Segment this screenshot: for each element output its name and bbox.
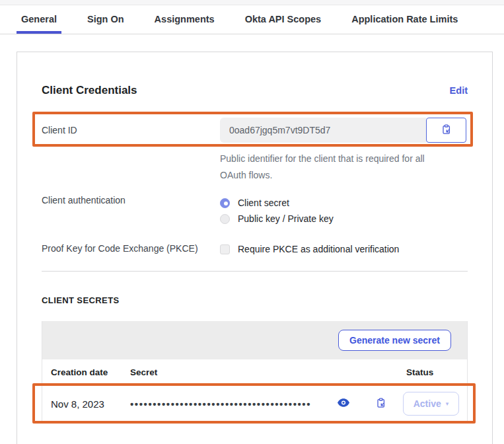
tab-sign-on[interactable]: Sign On: [83, 5, 129, 34]
radio-public-private-key[interactable]: Public key / Private key: [220, 211, 468, 227]
header-status: Status: [398, 367, 458, 377]
secret-creation-date: Nov 8, 2023: [51, 398, 130, 410]
pkce-row: Proof Key for Code Exchange (PKCE) Requi…: [42, 241, 468, 257]
radio-client-secret[interactable]: Client secret: [220, 195, 468, 211]
chevron-down-icon: ▾: [446, 400, 449, 407]
tab-assignments[interactable]: Assignments: [150, 5, 219, 34]
client-credentials-title: Client Credentials: [42, 84, 137, 97]
header-creation-date: Creation date: [51, 367, 130, 377]
section-divider: [42, 271, 468, 272]
copy-secret-button[interactable]: [376, 398, 386, 410]
checkbox-unchecked-icon[interactable]: [220, 244, 230, 254]
copy-to-clipboard-icon: [441, 124, 452, 137]
top-strip: [0, 0, 504, 5]
app-tabbar: General Sign On Assignments Okta API Sco…: [0, 5, 504, 34]
client-id-field[interactable]: [220, 118, 426, 143]
radio-client-secret-label: Client secret: [238, 198, 289, 208]
client-secrets-title: CLIENT SECRETS: [42, 295, 468, 305]
secrets-table-toolbar: Generate new secret: [42, 321, 467, 359]
secret-table-row: Nov 8, 2023 ••••••••••••••••••••••••••••…: [42, 385, 467, 423]
copy-client-id-button[interactable]: [426, 118, 466, 143]
pkce-checkbox-label: Require PKCE as additional verification: [238, 244, 399, 254]
status-dropdown-button[interactable]: Active ▾: [403, 392, 459, 416]
client-authentication-row: Client authentication Client secret Publ…: [42, 195, 468, 227]
settings-card: Client Credentials Edit Client ID: [17, 52, 493, 444]
client-authentication-label: Client authentication: [42, 195, 220, 205]
header-secret: Secret: [130, 367, 398, 377]
edit-link[interactable]: Edit: [450, 85, 468, 96]
secrets-table-header: Creation date Secret Status: [42, 359, 467, 385]
client-id-row: Client ID Public identifier: [42, 118, 468, 184]
tab-general[interactable]: General: [17, 5, 61, 34]
reveal-secret-button[interactable]: [338, 398, 349, 409]
secret-value-cell: ••••••••••••••••••••••••••••••••••••••••: [130, 398, 398, 410]
generate-new-secret-button[interactable]: Generate new secret: [338, 330, 451, 351]
copy-to-clipboard-icon: [376, 398, 386, 410]
client-id-help-text: Public identifier for the client that is…: [220, 151, 451, 184]
radio-public-private-key-label: Public key / Private key: [238, 213, 334, 224]
eye-icon: [338, 398, 349, 409]
client-credentials-header: Client Credentials Edit: [42, 83, 468, 98]
pkce-label: Proof Key for Code Exchange (PKCE): [42, 241, 220, 254]
status-label: Active: [414, 398, 441, 409]
client-secrets-table: Generate new secret Creation date Secret…: [42, 321, 468, 424]
tab-application-rate-limits[interactable]: Application Rate Limits: [347, 5, 462, 34]
client-id-label: Client ID: [42, 118, 220, 135]
tab-okta-api-scopes[interactable]: Okta API Scopes: [240, 5, 326, 34]
radio-unselected-icon[interactable]: [220, 214, 230, 224]
masked-secret-value: ••••••••••••••••••••••••••••••••••••••••: [130, 398, 336, 410]
pkce-checkbox-option[interactable]: Require PKCE as additional verification: [220, 241, 468, 257]
radio-selected-icon[interactable]: [220, 198, 230, 208]
